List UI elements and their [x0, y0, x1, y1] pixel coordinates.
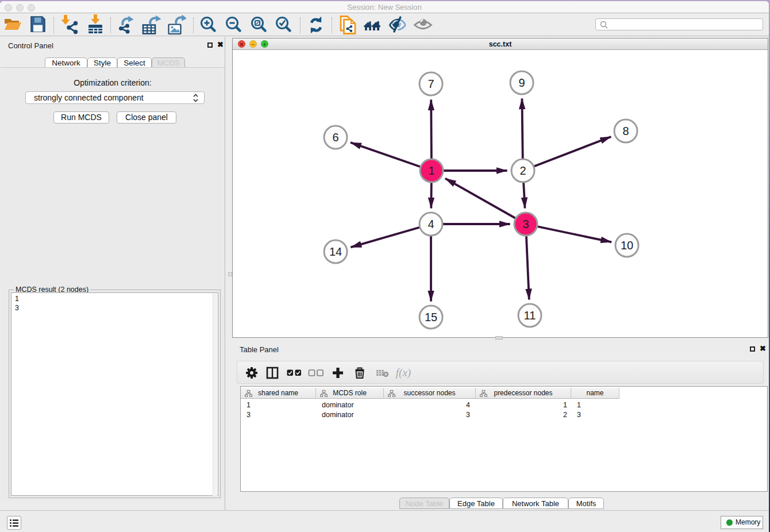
- svg-text:7: 7: [428, 78, 434, 90]
- svg-text:1: 1: [428, 164, 434, 177]
- svg-text:f(x): f(x): [396, 367, 411, 379]
- svg-text:14: 14: [329, 245, 342, 258]
- svg-text:10: 10: [621, 239, 633, 252]
- svg-text:11: 11: [524, 309, 536, 322]
- svg-text:9: 9: [518, 76, 525, 89]
- svg-text:3: 3: [522, 218, 529, 230]
- svg-text:6: 6: [332, 131, 338, 144]
- svg-text:2: 2: [519, 164, 526, 177]
- svg-text:15: 15: [425, 311, 437, 323]
- svg-text:4: 4: [428, 218, 434, 230]
- svg-text:8: 8: [622, 125, 629, 137]
